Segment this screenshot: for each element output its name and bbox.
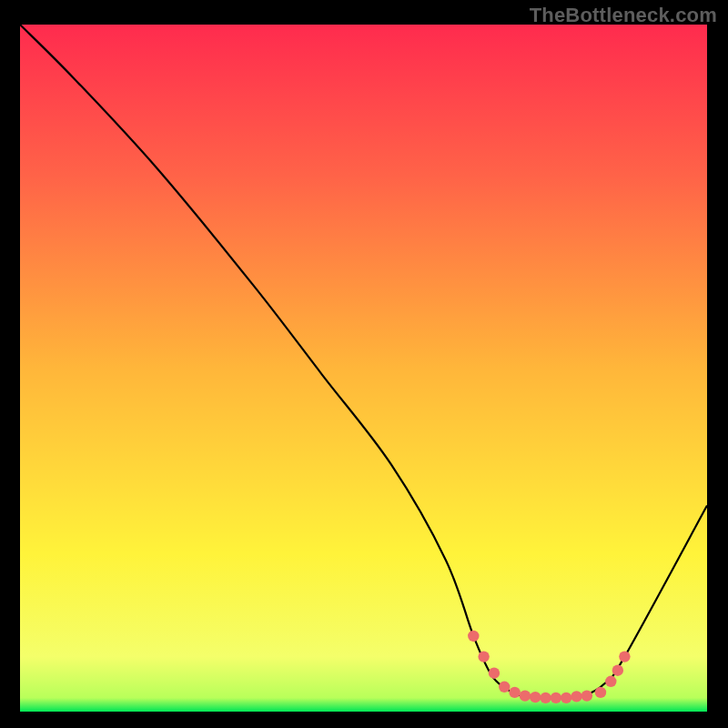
chart-frame: TheBottleneck.com bbox=[0, 0, 728, 728]
highlight-dot bbox=[520, 690, 531, 701]
highlight-dot bbox=[489, 668, 500, 679]
highlight-dot bbox=[581, 690, 592, 701]
highlight-dot bbox=[478, 651, 489, 662]
highlight-dot bbox=[571, 691, 581, 702]
highlight-dot bbox=[499, 682, 510, 693]
highlight-dot bbox=[605, 676, 616, 687]
gradient-background bbox=[20, 25, 707, 712]
highlight-dot bbox=[612, 665, 623, 676]
plot-area bbox=[20, 25, 707, 712]
highlight-dot bbox=[530, 692, 541, 703]
highlight-dot bbox=[551, 693, 561, 703]
highlight-dot bbox=[509, 687, 520, 698]
watermark-text: TheBottleneck.com bbox=[530, 4, 717, 27]
highlight-dot bbox=[595, 687, 606, 698]
highlight-dot bbox=[561, 693, 571, 703]
highlight-dot bbox=[619, 651, 630, 662]
bottleneck-chart bbox=[20, 25, 707, 712]
highlight-dot bbox=[540, 693, 551, 703]
highlight-dot bbox=[468, 631, 479, 642]
